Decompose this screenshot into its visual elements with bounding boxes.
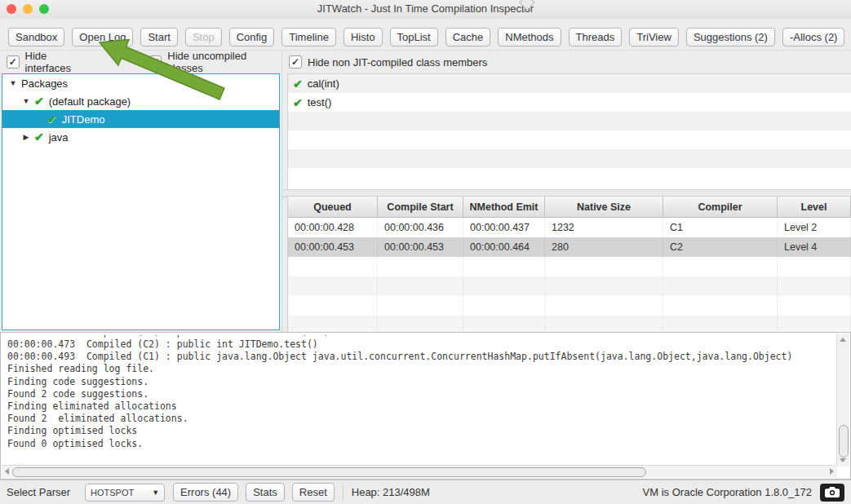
toolbar-button-triview[interactable]: TriView	[629, 28, 679, 46]
log-horizontal-scrollbar[interactable]	[2, 465, 837, 478]
member-filter-row: ✓Hide non JIT-compiled class members	[282, 51, 851, 73]
table-cell	[545, 276, 663, 296]
toolbar-button-timeline[interactable]: Timeline	[281, 28, 336, 46]
table-empty-row[interactable]	[288, 276, 851, 296]
log-output[interactable]: 00:00:00.464 Compiled (C2) : public int …	[0, 332, 851, 480]
table-cell	[378, 276, 463, 296]
compiled-check-icon: ✔	[293, 96, 303, 109]
log-line: Found 2 code suggestions.	[7, 388, 835, 400]
toolbar-button-cache[interactable]: Cache	[445, 28, 491, 46]
parser-value: HOTSPOT	[91, 488, 134, 497]
toolbar-button-histo[interactable]: Histo	[344, 28, 383, 46]
scroll-left-icon[interactable]	[5, 468, 9, 475]
log-vertical-scrollbar[interactable]	[836, 334, 849, 466]
heap-usage: Heap: 213/498M	[352, 486, 430, 498]
compiled-check-icon: ✔	[34, 130, 44, 144]
table-cell: C2	[663, 237, 778, 257]
table-cell: 00:00:00.428	[288, 218, 378, 237]
filter-hide-interfaces-checkbox[interactable]: ✓	[7, 55, 20, 69]
package-tree[interactable]: ▼Packages▼✔(default package)✔JITDemo▶✔ja…	[2, 73, 280, 330]
column-header-compiler[interactable]: Compiler	[663, 197, 778, 217]
table-cell	[378, 296, 463, 316]
members-panel: ✓Hide non JIT-compiled class members ✔ca…	[281, 51, 851, 332]
screenshot-button[interactable]	[820, 484, 844, 502]
table-cell	[463, 316, 545, 334]
member-empty-row	[288, 130, 851, 149]
table-cell	[778, 316, 851, 334]
scroll-up-icon[interactable]	[840, 338, 846, 342]
tree-item-packages[interactable]: ▼Packages	[2, 74, 279, 92]
horizontal-scroll-thumb[interactable]	[12, 467, 646, 477]
table-cell	[545, 296, 663, 316]
tree-item-java[interactable]: ▶✔java	[2, 128, 279, 146]
table-cell	[463, 257, 545, 276]
column-header-compile-start[interactable]: Compile Start	[378, 197, 463, 217]
window-title: JITWatch - Just In Time Compilation Insp…	[0, 2, 851, 15]
log-text: 00:00:00.464 Compiled (C2) : public int …	[7, 335, 835, 464]
vertical-scroll-thumb[interactable]	[839, 425, 849, 458]
member-empty-row	[288, 112, 851, 130]
statusbar-button-stats[interactable]: Stats	[246, 483, 285, 502]
table-cell: 00:00:00.437	[463, 218, 545, 237]
filter-hide-interfaces: ✓Hide interfaces	[7, 50, 94, 74]
column-header-level[interactable]: Level	[778, 197, 851, 217]
filter-hide-interfaces-label: Hide interfaces	[25, 50, 94, 74]
compiled-check-icon: ✔	[47, 113, 57, 126]
table-empty-row[interactable]	[288, 316, 851, 334]
column-header-native-size[interactable]: Native Size	[545, 197, 663, 217]
column-header-queued[interactable]: Queued	[288, 197, 378, 217]
filter-hide-uncompiled-classes-label: Hide uncompiled classes	[167, 50, 281, 74]
member-item-cal-int[interactable]: ✔cal(int)	[288, 74, 851, 93]
scroll-right-icon[interactable]	[830, 468, 834, 475]
toolbar-button-suggestions-2[interactable]: Suggestions (2)	[686, 28, 775, 46]
title-bar: JITWatch - Just In Time Compilation Insp…	[0, 0, 851, 20]
member-empty-row	[288, 149, 851, 168]
filter-hide-non-jit-compiled-class-members: ✓Hide non JIT-compiled class members	[289, 55, 487, 69]
toolbar-button-nmethods[interactable]: NMethods	[498, 28, 561, 46]
toolbar-button-config[interactable]: Config	[229, 28, 275, 46]
statusbar-button-errors-44[interactable]: Errors (44)	[173, 483, 238, 502]
toolbar-button-start[interactable]: Start	[140, 28, 177, 46]
package-filter-row: ✓Hide interfaces✓Hide uncompiled classes	[0, 51, 281, 73]
table-cell	[463, 296, 545, 316]
compilation-table[interactable]: QueuedCompile StartNMethod EmitNative Si…	[287, 196, 851, 334]
table-row[interactable]: 00:00:00.42800:00:00.43600:00:00.4371232…	[288, 218, 851, 237]
toolbar-button-sandbox[interactable]: Sandbox	[8, 28, 64, 46]
jitwatch-window: JITWatch - Just In Time Compilation Insp…	[0, 0, 851, 504]
tree-item-default-package[interactable]: ▼✔(default package)	[2, 92, 279, 110]
toolbar-button-toplist[interactable]: TopList	[390, 28, 438, 46]
disclosure-expanded-icon[interactable]: ▼	[9, 79, 17, 87]
parser-select[interactable]: HOTSPOT ▼	[85, 484, 165, 502]
table-empty-row[interactable]	[288, 296, 851, 316]
table-cell	[378, 316, 463, 334]
filter-hide-uncompiled-classes-checkbox[interactable]: ✓	[149, 55, 162, 69]
filter-hide-non-jit-compiled-class-members-checkbox[interactable]: ✓	[289, 55, 302, 69]
filter-hide-uncompiled-classes: ✓Hide uncompiled classes	[149, 50, 281, 74]
log-line: Finished reading log file.	[7, 363, 835, 375]
tree-item-label: (default package)	[49, 95, 131, 108]
toolbar-button-threads[interactable]: Threads	[569, 28, 623, 46]
table-cell: 00:00:00.453	[288, 237, 378, 257]
tree-item-jitdemo[interactable]: ✔JITDemo	[2, 110, 279, 128]
member-list[interactable]: ✔cal(int)✔test()	[287, 73, 851, 191]
table-cell	[778, 296, 851, 316]
scroll-down-icon[interactable]	[840, 458, 846, 462]
disclosure-expanded-icon[interactable]: ▼	[22, 97, 30, 105]
log-line: Finding eliminated allocations	[7, 400, 835, 413]
toolbar-button-allocs-2[interactable]: -Allocs (2)	[782, 28, 845, 46]
table-cell: Level 4	[778, 237, 851, 257]
toolbar: SandboxOpen LogStartStopConfigTimelineHi…	[0, 19, 851, 51]
toolbar-button-open-log[interactable]: Open Log	[72, 28, 133, 46]
member-item-test[interactable]: ✔test()	[288, 93, 851, 112]
table-cell: C1	[663, 218, 778, 237]
statusbar-button-reset[interactable]: Reset	[292, 483, 335, 502]
disclosure-collapsed-icon[interactable]: ▶	[22, 133, 30, 141]
table-cell: 00:00:00.436	[378, 218, 463, 237]
column-header-nmethod-emit[interactable]: NMethod Emit	[463, 197, 545, 217]
table-row[interactable]: 00:00:00.45300:00:00.45300:00:00.464280C…	[288, 237, 851, 257]
toolbar-button-stop[interactable]: Stop	[185, 28, 222, 46]
table-empty-row[interactable]	[288, 257, 851, 276]
vm-info: VM is Oracle Corporation 1.8.0_172	[643, 486, 812, 498]
table-cell	[545, 316, 663, 334]
log-line: 00:00:00.473 Compiled (C2) : public int …	[7, 338, 835, 351]
